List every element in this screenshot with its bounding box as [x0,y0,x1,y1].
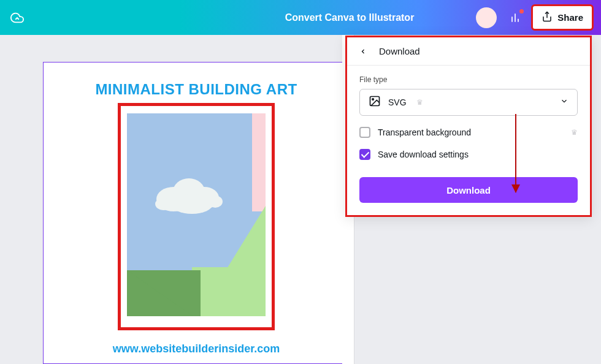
save-settings-row[interactable]: Save download settings [359,149,578,160]
annotation-arrow [515,114,516,192]
analytics-button[interactable] [504,7,526,29]
crown-icon: ♛ [416,98,423,107]
svg-point-9 [155,198,172,210]
transparent-bg-label: Transparent background [378,127,471,137]
cloud-shape [149,169,229,218]
back-button[interactable] [359,47,369,56]
file-type-select[interactable]: SVG ♛ [359,89,578,116]
top-header: Convert Canva to Illustrator Share [0,0,601,35]
transparent-bg-row[interactable]: Transparent background ♛ [359,127,578,138]
design-canvas[interactable]: MINIMALIST BUILDING ART [43,62,350,364]
chevron-down-icon [560,97,568,108]
share-button-label: Share [557,12,583,23]
avatar[interactable] [476,7,497,28]
file-type-value: SVG [388,97,407,107]
art-wall [252,113,266,211]
panel-title: Download [379,46,420,56]
header-right: Share [476,4,594,31]
document-title[interactable]: Convert Canva to Illustrator [285,12,415,23]
download-panel: Download File type SVG ♛ Transparent bac… [345,36,592,217]
panel-header: Download [347,37,590,66]
canvas-area: MINIMALIST BUILDING ART [0,35,356,364]
cloud-save-icon[interactable] [7,8,27,28]
svg-point-8 [208,195,223,208]
artwork-highlight [118,103,275,330]
transparent-bg-checkbox[interactable] [359,127,370,138]
save-settings-label: Save download settings [378,150,469,159]
svg-point-11 [372,99,374,100]
share-button[interactable]: Share [531,4,594,31]
canvas-title: MINIMALIST BUILDING ART [44,81,349,98]
download-button[interactable]: Download [359,177,578,203]
footer-url: www.websitebuilderinsider.com [44,343,349,355]
file-type-left: SVG ♛ [369,95,423,110]
share-upload-icon [542,11,553,24]
download-button-label: Download [446,185,491,195]
notification-dot [519,9,524,13]
image-icon [369,95,381,110]
svg-point-7 [171,194,213,214]
art-grass-light-fill [192,267,266,316]
file-type-label: File type [359,75,578,84]
header-left [7,8,27,28]
panel-body: File type SVG ♛ Transparent background ♛ [347,66,590,203]
artwork [127,113,266,316]
save-settings-checkbox[interactable] [359,149,370,160]
crown-icon: ♛ [571,128,578,137]
